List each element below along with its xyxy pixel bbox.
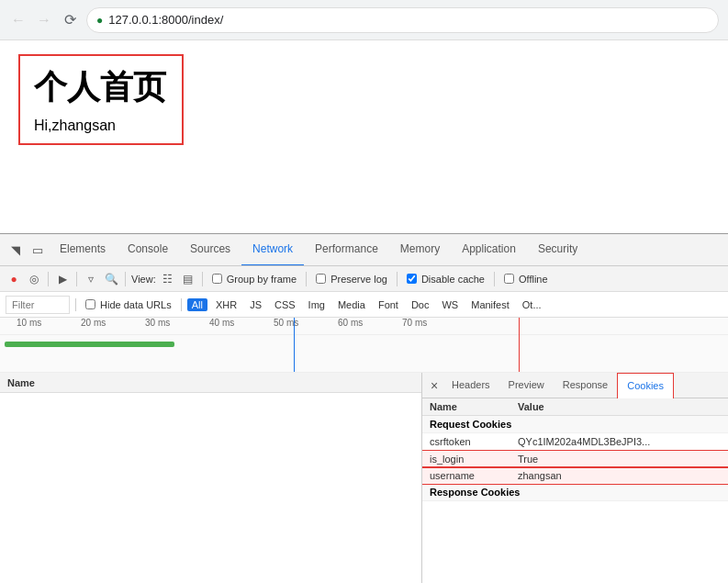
timeline-mark-60: 60 ms — [338, 318, 363, 328]
toolbar-separator-6 — [397, 272, 398, 286]
tab-performance[interactable]: Performance — [304, 234, 389, 266]
filter-js[interactable]: JS — [245, 298, 266, 311]
filter-font[interactable]: Font — [374, 298, 403, 311]
reload-button[interactable]: ⟳ — [61, 11, 79, 29]
cookie-value-islogin: True — [510, 451, 728, 468]
toolbar-separator-5 — [306, 272, 307, 286]
devtools-device-icon[interactable]: ▭ — [27, 239, 49, 261]
table-row-highlighted-islogin[interactable]: is_login True — [422, 451, 728, 468]
tab-memory[interactable]: Memory — [389, 234, 451, 266]
timeline-green-bar — [5, 342, 174, 347]
timeline-mark-10: 10 ms — [17, 318, 41, 328]
address-bar[interactable]: ● 127.0.0.1:8000/index/ — [86, 7, 719, 33]
filter-xhr[interactable]: XHR — [211, 298, 241, 311]
detail-tab-cookies[interactable]: Cookies — [617, 373, 674, 398]
timeline-mark-30: 30 ms — [145, 318, 170, 328]
offline-label[interactable]: Offline — [500, 273, 552, 286]
filter-ws[interactable]: WS — [437, 298, 463, 311]
detail-tab-preview[interactable]: Preview — [499, 373, 554, 398]
table-row-highlighted-username[interactable]: username zhangsan — [422, 467, 728, 484]
request-list: Name — [0, 373, 422, 583]
network-toolbar: ● ◎ ▶ ▿ 🔍 View: ☷ ▤ Group by frame Prese… — [0, 266, 728, 292]
request-cookies-header: Request Cookies — [422, 416, 728, 433]
view-label: View: — [131, 274, 156, 285]
filter-doc[interactable]: Doc — [407, 298, 434, 311]
filter-other[interactable]: Ot... — [518, 298, 546, 311]
close-detail-button[interactable]: × — [426, 377, 442, 394]
timeline-mark-50: 50 ms — [274, 318, 298, 328]
tab-elements[interactable]: Elements — [49, 234, 117, 266]
preserve-log-label[interactable]: Preserve log — [312, 273, 391, 286]
filter-input[interactable] — [6, 296, 70, 314]
hide-data-urls-checkbox[interactable] — [85, 299, 95, 309]
timeline-red-line — [519, 318, 520, 372]
filter-icon[interactable]: ▿ — [83, 271, 99, 287]
clear-icon[interactable]: ◎ — [26, 271, 42, 287]
detail-tab-response[interactable]: Response — [554, 373, 618, 398]
tab-network[interactable]: Network — [241, 234, 304, 266]
page-subtitle: Hi,zhangsan — [34, 118, 168, 134]
request-list-header: Name — [0, 373, 421, 393]
disable-cache-checkbox[interactable] — [407, 274, 417, 284]
cookie-name-username: username — [422, 467, 510, 484]
filter-sep-1 — [75, 298, 76, 311]
tab-security[interactable]: Security — [527, 234, 588, 266]
devtools-main: Name × Headers Preview Response Cookies — [0, 373, 728, 583]
filter-img[interactable]: Img — [304, 298, 330, 311]
tab-sources[interactable]: Sources — [179, 234, 241, 266]
request-detail: × Headers Preview Response Cookies — [422, 373, 728, 583]
page-box: 个人首页 Hi,zhangsan — [18, 54, 184, 145]
preserve-log-checkbox[interactable] — [316, 274, 326, 284]
filter-sep-2 — [181, 298, 182, 311]
timeline-mark-40: 40 ms — [209, 318, 234, 328]
toolbar-separator-3 — [125, 272, 126, 286]
back-button[interactable]: ← — [9, 11, 28, 29]
table-row[interactable]: csrftoken QYc1IM202a4MDL3BeJPI3... — [422, 433, 728, 451]
timeline-base-line — [0, 334, 728, 335]
page-content: 个人首页 Hi,zhangsan — [0, 40, 728, 233]
cookies-table: Name Value Request Cookies csrftoken QYc… — [422, 398, 728, 501]
cookie-name-csrftoken: csrftoken — [422, 433, 510, 451]
browser-chrome: ← → ⟳ ● 127.0.0.1:8000/index/ — [0, 0, 728, 40]
view-list-icon[interactable]: ☷ — [160, 271, 176, 287]
cookie-value-username: zhangsan — [510, 467, 728, 484]
offline-checkbox[interactable] — [504, 274, 514, 284]
devtools-tabs: ◥ ▭ Elements Console Sources Network Per… — [0, 234, 728, 266]
col-value-header: Value — [510, 398, 728, 416]
col-name-header: Name — [422, 398, 510, 416]
filter-media[interactable]: Media — [333, 298, 370, 311]
timeline-mark-70: 70 ms — [402, 318, 427, 328]
toolbar-separator-2 — [76, 272, 77, 286]
disable-cache-label[interactable]: Disable cache — [403, 273, 488, 286]
tab-application[interactable]: Application — [451, 234, 527, 266]
lock-icon: ● — [96, 14, 103, 27]
detail-tabs: × Headers Preview Response Cookies — [422, 373, 728, 398]
filter-css[interactable]: CSS — [270, 298, 300, 311]
response-cookies-header: Response Cookies — [422, 484, 728, 501]
toolbar-separator-7 — [494, 272, 495, 286]
group-by-frame-checkbox[interactable] — [212, 274, 222, 284]
url-text: 127.0.0.1:8000/index/ — [108, 13, 223, 27]
cookie-name-islogin: is_login — [422, 451, 510, 468]
detail-tab-headers[interactable]: Headers — [442, 373, 499, 398]
cookie-value-csrftoken: QYc1IM202a4MDL3BeJPI3... — [510, 433, 728, 451]
group-by-frame-label[interactable]: Group by frame — [208, 273, 300, 286]
toolbar-separator-4 — [202, 272, 203, 286]
devtools-inspect-icon[interactable]: ◥ — [5, 239, 27, 261]
view-waterfall-icon[interactable]: ▤ — [180, 271, 196, 287]
page-title: 个人首页 — [34, 65, 168, 110]
timeline-mark-20: 20 ms — [81, 318, 106, 328]
filter-bar: Hide data URLs All XHR JS CSS Img Media … — [0, 292, 728, 318]
devtools-panel: ◥ ▭ Elements Console Sources Network Per… — [0, 233, 728, 583]
filter-manifest[interactable]: Manifest — [466, 298, 514, 311]
tab-console[interactable]: Console — [117, 234, 179, 266]
camera-icon[interactable]: ▶ — [54, 271, 71, 287]
record-icon[interactable]: ● — [6, 271, 22, 287]
filter-all[interactable]: All — [187, 298, 207, 311]
forward-button[interactable]: → — [35, 11, 53, 29]
search-icon[interactable]: 🔍 — [103, 271, 119, 287]
hide-data-urls-label[interactable]: Hide data URLs — [82, 298, 175, 311]
timeline-area: 10 ms 20 ms 30 ms 40 ms 50 ms 60 ms 70 m… — [0, 318, 728, 373]
toolbar-separator-1 — [48, 272, 49, 286]
cookies-panel: Name Value Request Cookies csrftoken QYc… — [422, 398, 728, 583]
